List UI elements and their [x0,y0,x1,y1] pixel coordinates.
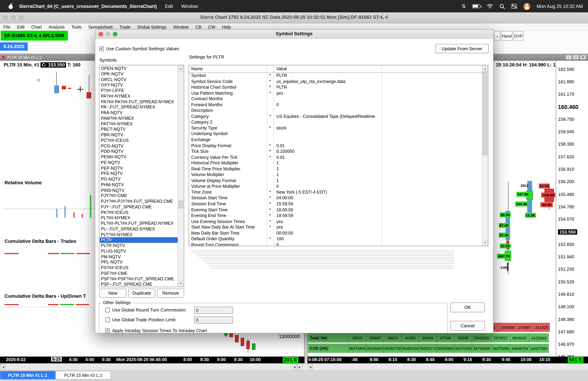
settings-row[interactable]: Volume at Price Multiplier 0 [189,184,482,189]
settings-scrollbar[interactable]: ▲ ▼ [482,66,488,246]
symbol-list-item[interactable]: PS?##-ICEUS [100,265,178,270]
symbol-action-button[interactable]: Duplicate [128,289,155,297]
scroll-left-icon[interactable]: ◀ [292,364,297,369]
settings-row[interactable]: Historical Chart Symbol * PLTR [189,85,482,90]
hand-tool-button[interactable]: Hand [501,31,513,41]
global-setting-checkbox[interactable]: ✓ [105,317,110,322]
settings-row[interactable]: Evening Start Time * 16:00:00 [189,207,482,213]
settings-row[interactable]: Use Evening Session Times * yes [189,219,482,224]
symbol-list-item[interactable]: OPK-NQTV [100,71,178,77]
scroll-down-icon[interactable]: ▼ [178,281,184,286]
menu-window[interactable]: Window [181,4,198,9]
scroll-left-icon[interactable]: ◀ [308,364,313,369]
symbol-list-item[interactable]: PE-NQTV [100,160,178,165]
settings-row[interactable]: Volume Display Format 1 [189,178,482,184]
symbol-list-item[interactable]: OXY-NQTV [100,82,178,88]
settings-row[interactable]: Default Order Quantity * 100 [189,236,482,242]
app-menu-item[interactable]: Edit [14,25,28,29]
symbol-list-item[interactable]: ORCL-NQTV [100,77,178,82]
dialog-titlebar[interactable]: Symbol Settings [95,30,493,39]
app-menu-item[interactable]: CB [192,25,205,29]
symbol-list-item[interactable]: PSF~.FUT_SPREAD.CME [100,282,178,286]
symbol-list-item[interactable]: PC?##-ICEUS [100,138,178,143]
settings-row[interactable]: Security Type * stock [189,125,482,131]
symbol-list-item[interactable]: PL?##-NYMEX [100,215,178,221]
settings-row[interactable]: Session Start Time * 04:00:00 [189,195,482,201]
window-titlebar[interactable]: Sierra Chart 2782 8.24.2025 SC Data 2025… [0,12,588,23]
settings-row[interactable]: Forward Months 0 [189,102,482,108]
updown-arrows-icon[interactable]: ⇅ [462,3,466,9]
symbol-list-item[interactable]: PJY?##-CME [100,193,178,199]
left-time-axis[interactable]: 23 L E 2025-8-228-254:305:005:30Mon 2025… [0,357,304,363]
chart-tab[interactable]: PLTR 15 Min #2 L:1 [56,371,111,380]
scrollbar-thumb[interactable] [178,201,183,208]
symbol-list-item[interactable]: PFE-NQTV [100,171,178,176]
settings-row[interactable]: Exchange [189,137,482,143]
apple-logo-icon[interactable] [8,4,13,9]
scroll-up-icon[interactable]: ▲ [482,66,488,71]
app-menu-item[interactable]: Global Settings [134,25,170,29]
symbol-list-item[interactable]: PINS-NQTV [100,187,178,193]
symbol-list-item[interactable]: PSF?##-CME [100,270,178,276]
settings-row[interactable]: Price Display Format * 0.01 [189,143,482,149]
symbol-list-item[interactable]: PA~.FUT_SPREAD.NYMEX [100,104,178,110]
user-avatar[interactable] [524,3,530,9]
settings-row[interactable]: Contract Months [189,96,482,102]
settings-row[interactable]: Symbol * PLTR [189,73,482,79]
global-setting-checkbox[interactable]: ✓ [105,308,110,312]
symbol-list-item[interactable]: PLTR [100,237,178,243]
settings-row[interactable]: Use Pattern Matching * yes [189,90,482,96]
symbol-list-item[interactable]: PA?##-PA?##.FUT_SPREAD.NYMEX [100,99,178,104]
symbol-list-item[interactable]: PEP-NQTV [100,165,178,171]
symbol-list-item[interactable]: PM-NQTV [100,254,178,260]
symbol-list-item[interactable]: PLUG-NQTV [100,248,178,254]
symbol-list-item[interactable]: PL?##-PL?##.FUT_SPREAD.NYMEX [100,221,178,226]
active-app-name[interactable]: SierraChart_64 (C_users_crossover_Docume… [19,4,157,9]
symbol-list-item[interactable]: PDD-NQTV [100,149,178,154]
settings-row[interactable]: New Daily Bar Start Time 00:00:00 [189,230,482,236]
search-icon[interactable] [500,4,505,9]
symbol-list-item[interactable]: P?##-LIFFE [100,88,178,93]
dvp-tool-button[interactable]: DVP [513,31,524,41]
symbol-list-item[interactable]: PAT?##-NYMEX [100,121,178,127]
right-time-axis[interactable]: 54 L E 5-08-25 07:15:00:458:008:158:308:… [308,357,588,363]
symbol-list-item[interactable]: PLTR-NQTV [100,243,178,248]
app-menu-item[interactable]: Trade [116,25,134,29]
scroll-up-icon[interactable]: ▲ [178,66,184,71]
settings-row[interactable]: Description [189,108,482,114]
use-custom-checkbox[interactable]: ✓ [99,46,104,51]
chart-tab[interactable]: PLTR 15 Min #1 L:1 [0,371,56,380]
symbol-list-item[interactable]: PHM-NQTV [100,182,178,187]
app-menu-item[interactable]: CW [205,25,219,29]
symbol-action-button[interactable]: New [99,289,126,297]
symbols-scrollbar[interactable]: ▲ ▼ [178,66,184,286]
symbol-list-item[interactable]: PENN-NQTV [100,154,178,160]
toolbar-chevron-button[interactable]: ⌄ [494,31,500,41]
symbol-list-item[interactable]: PA?##-NYMEX [100,93,178,99]
symbol-list-item[interactable]: PL~.FUT_SPREAD.NYMEX [100,226,178,232]
minimize-icon[interactable]: – [566,55,572,60]
app-menu-item[interactable]: Window [170,25,192,29]
app-menu-item[interactable]: Spreadsheet [85,25,116,29]
scroll-down-icon[interactable]: ▼ [482,240,488,246]
scrollbar-thumb[interactable] [483,72,487,155]
global-setting-value-field[interactable]: 0 [194,307,233,314]
settings-row[interactable]: Underlying Symbol [189,131,482,137]
settings-row[interactable]: Volume Multiplier 1 [189,172,482,178]
global-setting-value-field[interactable]: 0 [194,316,233,324]
symbol-list-item[interactable]: PBR-NQTV [100,132,178,138]
maximize-icon[interactable]: □ [573,55,579,60]
settings-row[interactable]: Evening End Time * 19:59:59 [189,213,482,219]
settings-row[interactable]: Real-Time Price Multiplier 1 [189,166,482,172]
symbol-list-item[interactable]: PPL-NQTV [100,260,178,265]
close-icon[interactable]: ✕ [580,55,586,60]
symbol-list-item[interactable]: PCG-NQTV [100,143,178,149]
cancel-button[interactable]: Cancel [450,321,485,331]
app-menu-item[interactable]: Chart [28,25,45,29]
settings-row[interactable]: Category * US Equities - Consolidated Ta… [189,114,482,120]
settings-row[interactable]: Category 2 [189,119,482,125]
symbol-list-item[interactable]: PJY?##-PJY?##.FUT_SPREAD.CME [100,199,178,204]
menubar-clock[interactable]: Mon Aug 25 10:32 AM [537,4,583,9]
scroll-right-icon[interactable]: ▶ [297,364,302,369]
apply-intraday-checkbox[interactable]: ✓ [105,328,110,333]
